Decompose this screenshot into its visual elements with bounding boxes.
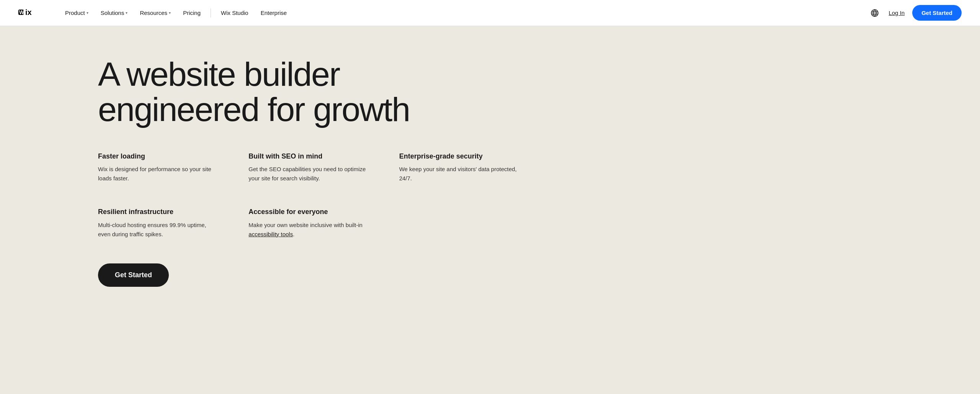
nav-item-solutions[interactable]: Solutions ▾ — [95, 7, 133, 19]
wix-logo[interactable]: W ix — [18, 7, 41, 20]
feature-placeholder-empty — [399, 208, 519, 239]
accessibility-tools-link[interactable]: accessibility tools — [248, 231, 293, 237]
chevron-down-icon: ▾ — [87, 11, 88, 15]
nav-label-product: Product — [65, 10, 85, 16]
nav-label-resources: Resources — [140, 10, 167, 16]
feature-title-accessibility: Accessible for everyone — [248, 208, 368, 216]
svg-text:ix: ix — [25, 8, 32, 16]
feature-accessibility: Accessible for everyone Make your own we… — [248, 208, 368, 239]
feature-infrastructure: Resilient infrastructure Multi-cloud hos… — [98, 208, 218, 239]
feature-title-infrastructure: Resilient infrastructure — [98, 208, 218, 216]
nav-label-solutions: Solutions — [101, 10, 124, 16]
feature-desc-seo: Get the SEO capabilities you need to opt… — [248, 165, 368, 183]
feature-desc-security: We keep your site and visitors' data pro… — [399, 165, 519, 183]
globe-icon[interactable] — [869, 7, 881, 19]
nav-get-started-button[interactable]: Get Started — [912, 5, 962, 21]
nav-item-enterprise[interactable]: Enterprise — [255, 7, 292, 19]
hero-section: A website builder engineered for growth … — [0, 26, 980, 310]
nav-item-product[interactable]: Product ▾ — [60, 7, 94, 19]
nav-links: Product ▾ Solutions ▾ Resources ▾ Pricin… — [60, 7, 869, 19]
feature-desc-accessibility: Make your own website inclusive with bui… — [248, 221, 368, 239]
login-link[interactable]: Log In — [887, 7, 906, 19]
nav-label-enterprise: Enterprise — [261, 10, 287, 16]
chevron-down-icon: ▾ — [169, 11, 171, 15]
features-row-2: Resilient infrastructure Multi-cloud hos… — [98, 208, 519, 239]
feature-desc-faster-loading: Wix is designed for performance so your … — [98, 165, 218, 183]
nav-item-pricing[interactable]: Pricing — [178, 7, 206, 19]
feature-desc-accessibility-text-after: . — [293, 231, 294, 237]
feature-title-security: Enterprise-grade security — [399, 152, 519, 161]
hero-get-started-button[interactable]: Get Started — [98, 263, 169, 287]
svg-text:W: W — [19, 9, 24, 15]
feature-title-faster-loading: Faster loading — [98, 152, 218, 161]
navigation: W ix Product ▾ Solutions ▾ Resources ▾ P… — [0, 0, 980, 26]
feature-seo: Built with SEO in mind Get the SEO capab… — [248, 152, 368, 183]
nav-item-resources[interactable]: Resources ▾ — [134, 7, 176, 19]
nav-label-pricing: Pricing — [183, 10, 201, 16]
feature-desc-infrastructure: Multi-cloud hosting ensures 99.9% uptime… — [98, 221, 218, 239]
nav-item-wix-studio[interactable]: Wix Studio — [216, 7, 254, 19]
feature-security: Enterprise-grade security We keep your s… — [399, 152, 519, 183]
nav-divider — [211, 8, 211, 18]
feature-desc-accessibility-text-before: Make your own website inclusive with bui… — [248, 222, 363, 228]
hero-headline: A website builder engineered for growth — [98, 57, 443, 128]
features-row-1: Faster loading Wix is designed for perfo… — [98, 152, 519, 183]
nav-label-wix-studio: Wix Studio — [221, 10, 248, 16]
feature-title-seo: Built with SEO in mind — [248, 152, 368, 161]
feature-faster-loading: Faster loading Wix is designed for perfo… — [98, 152, 218, 183]
nav-right: Log In Get Started — [869, 5, 962, 21]
chevron-down-icon: ▾ — [126, 11, 127, 15]
